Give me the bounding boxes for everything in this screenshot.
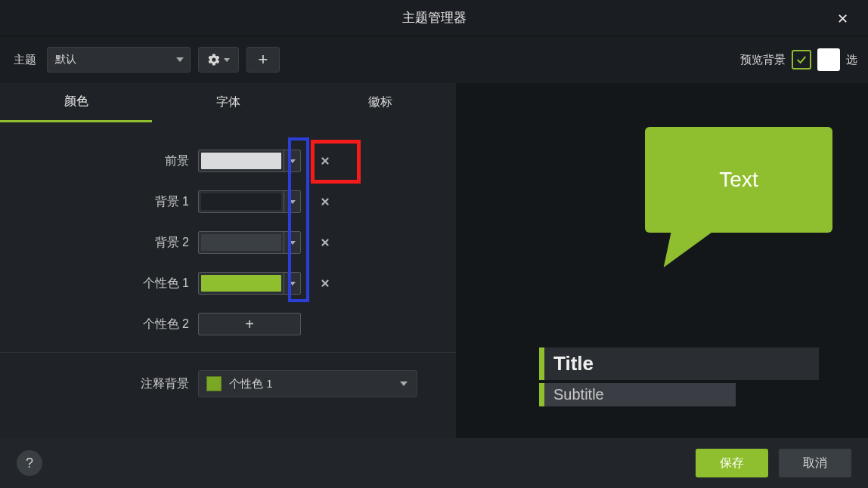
title-bar: 主题管理器 ✕ bbox=[0, 0, 868, 36]
accent1-dropdown[interactable] bbox=[284, 273, 300, 294]
background2-color-picker[interactable] bbox=[198, 231, 301, 254]
background1-swatch bbox=[201, 193, 281, 210]
cancel-button[interactable]: 取消 bbox=[779, 449, 851, 477]
toolbar-right: 预览背景 选 bbox=[740, 48, 857, 71]
foreground-dropdown[interactable] bbox=[284, 150, 300, 171]
tab-color[interactable]: 颜色 bbox=[0, 83, 152, 122]
plus-icon: + bbox=[245, 316, 254, 333]
chevron-down-icon bbox=[290, 282, 296, 286]
background2-dropdown[interactable] bbox=[284, 232, 300, 253]
chevron-down-icon bbox=[176, 57, 184, 62]
tab-font[interactable]: 字体 bbox=[152, 83, 304, 122]
accent1-delete-button[interactable] bbox=[310, 268, 340, 298]
accent1-swatch bbox=[201, 275, 281, 292]
background2-label: 背景 2 bbox=[15, 235, 189, 251]
footer: ? 保存 取消 bbox=[0, 438, 868, 488]
background1-color-picker[interactable] bbox=[198, 190, 301, 213]
background2-delete-button[interactable] bbox=[310, 227, 340, 258]
close-icon[interactable]: ✕ bbox=[837, 11, 848, 27]
main-area: 颜色 字体 徽标 前景 背景 1 bbox=[0, 83, 868, 438]
chevron-down-icon bbox=[290, 241, 296, 245]
check-icon bbox=[795, 54, 808, 66]
foreground-label: 前景 bbox=[15, 153, 189, 169]
plus-icon: + bbox=[259, 50, 268, 69]
close-icon bbox=[320, 278, 330, 289]
annotation-bg-value: 个性色 1 bbox=[229, 377, 273, 391]
preview-bg-swatch[interactable] bbox=[817, 48, 840, 71]
annotation-bg-swatch bbox=[206, 376, 222, 391]
close-icon bbox=[320, 156, 330, 166]
foreground-delete-button[interactable] bbox=[310, 146, 340, 176]
tab-logo[interactable]: 徽标 bbox=[304, 83, 456, 122]
help-button[interactable]: ? bbox=[17, 450, 42, 476]
preview-bubble-text: Text bbox=[719, 168, 758, 192]
accent2-add-button[interactable]: + bbox=[198, 313, 301, 335]
chevron-down-icon bbox=[400, 381, 408, 386]
separator bbox=[0, 352, 456, 353]
preview-speech-bubble: Text bbox=[645, 127, 832, 233]
gear-icon bbox=[207, 53, 221, 66]
theme-select[interactable]: 默认 bbox=[47, 47, 191, 73]
chevron-down-icon bbox=[290, 159, 296, 163]
preview-title: Title bbox=[539, 347, 819, 380]
preview-bg-label: 预览背景 bbox=[740, 53, 786, 67]
color-rows: 前景 背景 1 背景 2 bbox=[0, 122, 456, 344]
background1-delete-button[interactable] bbox=[310, 187, 340, 217]
theme-select-value: 默认 bbox=[55, 53, 76, 66]
preview-panel: Text Title Subtitle bbox=[456, 83, 868, 438]
annotation-bg-label: 注释背景 bbox=[15, 376, 189, 392]
background2-swatch bbox=[201, 234, 281, 251]
row-annotation-bg: 注释背景 个性色 1 bbox=[0, 365, 456, 403]
foreground-swatch bbox=[201, 153, 281, 169]
theme-settings-button[interactable] bbox=[198, 47, 239, 73]
chevron-down-icon bbox=[224, 58, 230, 62]
left-panel: 颜色 字体 徽标 前景 背景 1 bbox=[0, 83, 456, 438]
row-foreground: 前景 bbox=[15, 141, 441, 181]
accent1-label: 个性色 1 bbox=[15, 276, 189, 292]
save-button[interactable]: 保存 bbox=[696, 449, 768, 477]
add-theme-button[interactable]: + bbox=[246, 47, 280, 73]
background1-dropdown[interactable] bbox=[284, 191, 300, 212]
row-accent1: 个性色 1 bbox=[15, 263, 441, 304]
accent2-label: 个性色 2 bbox=[15, 317, 189, 332]
row-background1: 背景 1 bbox=[15, 181, 441, 222]
row-background2: 背景 2 bbox=[15, 222, 441, 263]
tabs: 颜色 字体 徽标 bbox=[0, 83, 456, 122]
accent1-color-picker[interactable] bbox=[198, 272, 301, 295]
preview-bg-checkbox[interactable] bbox=[792, 50, 811, 69]
annotation-bg-select[interactable]: 个性色 1 bbox=[198, 370, 417, 397]
background1-label: 背景 1 bbox=[15, 194, 189, 210]
window-title: 主题管理器 bbox=[402, 9, 467, 26]
close-icon bbox=[320, 237, 330, 248]
toolbar: 主题 默认 + 预览背景 选 bbox=[0, 36, 868, 83]
truncated-label: 选 bbox=[846, 53, 857, 67]
row-accent2: 个性色 2 + bbox=[15, 304, 441, 344]
theme-label: 主题 bbox=[14, 53, 36, 67]
foreground-color-picker[interactable] bbox=[198, 150, 301, 172]
preview-subtitle: Subtitle bbox=[539, 383, 736, 406]
preview-title-block: Title Subtitle bbox=[539, 347, 819, 406]
chevron-down-icon bbox=[290, 200, 296, 204]
close-icon bbox=[320, 196, 330, 207]
